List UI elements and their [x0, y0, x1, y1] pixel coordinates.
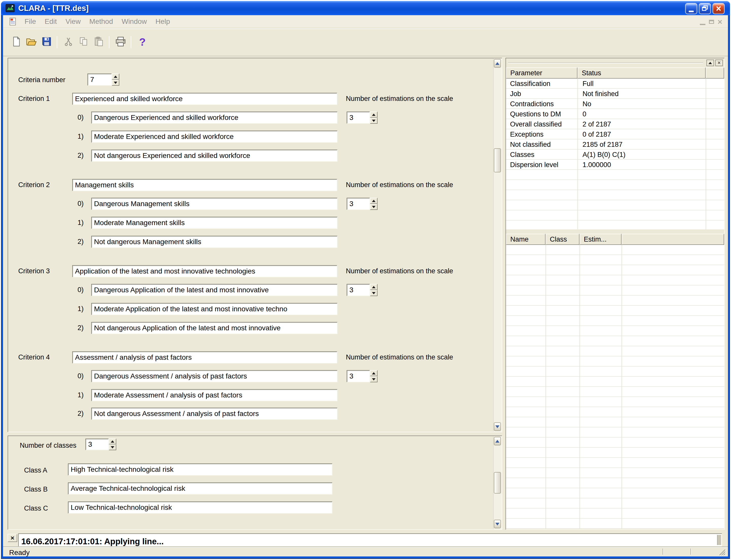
column-header-class[interactable]: Class — [545, 234, 579, 245]
paste-button[interactable] — [92, 35, 106, 49]
scale-index-label: 0) — [78, 286, 84, 294]
estimations-spinner — [347, 198, 377, 210]
column-header-name[interactable]: Name — [506, 234, 545, 245]
estimations-label: Number of estimations on the scale — [346, 95, 453, 103]
parameter-cell: Classes — [506, 151, 577, 159]
cut-button[interactable] — [61, 35, 76, 49]
criterion-label: Criterion 3 — [18, 267, 50, 275]
spin-down-button[interactable] — [112, 80, 119, 86]
spin-up-button[interactable] — [370, 198, 377, 204]
print-button[interactable] — [114, 35, 128, 49]
mdi-close-button[interactable]: × — [718, 18, 722, 26]
status-row: Contradictions No — [506, 99, 724, 109]
scale-value-input[interactable] — [91, 198, 338, 210]
parameter-cell: Contradictions — [506, 100, 577, 108]
menu-edit[interactable]: Edit — [40, 15, 61, 28]
scroll-down-button[interactable] — [494, 422, 501, 431]
spin-down-button[interactable] — [109, 444, 116, 450]
statusbar-separator — [690, 549, 691, 555]
estimations-input[interactable] — [347, 198, 370, 210]
spin-up-button[interactable] — [109, 439, 116, 444]
scale-value-input[interactable] — [91, 389, 338, 401]
number-of-classes-spinner — [85, 439, 116, 450]
copy-button[interactable] — [77, 35, 91, 49]
scroll-thumb[interactable] — [494, 148, 501, 172]
mdi-minimize-button[interactable] — [700, 24, 705, 25]
scale-value-input[interactable] — [91, 112, 338, 124]
criterion-name-input[interactable] — [72, 93, 337, 105]
class-c-input[interactable] — [68, 501, 333, 514]
log-close-button[interactable]: × — [8, 534, 17, 542]
scroll-up-button[interactable] — [494, 59, 501, 68]
spin-down-button[interactable] — [370, 290, 377, 296]
log-scrollbar[interactable] — [717, 535, 721, 545]
spin-up-button[interactable] — [370, 112, 377, 118]
criterion-name-input[interactable] — [72, 179, 337, 191]
scroll-thumb[interactable] — [494, 472, 501, 494]
minimize-icon — [689, 11, 694, 12]
scale-value-input[interactable] — [91, 370, 338, 382]
spin-up-button[interactable] — [370, 370, 377, 376]
pane-gripper[interactable] — [508, 62, 703, 63]
scale-value-input[interactable] — [91, 150, 338, 162]
scale-index-label: 2) — [78, 238, 84, 246]
scale-value-input[interactable] — [91, 236, 338, 248]
estimations-input[interactable] — [347, 370, 370, 382]
criterion-name-input[interactable] — [72, 351, 337, 364]
class-a-label: Class A — [24, 466, 47, 474]
estimations-input[interactable] — [347, 284, 370, 296]
scale-value-input[interactable] — [91, 322, 338, 334]
document-icon[interactable] — [9, 17, 17, 27]
scale-index-label: 1) — [78, 305, 84, 313]
column-header-blank — [706, 67, 724, 79]
log-output[interactable]: 16.06.2017:17:01:01: Applying line... — [18, 533, 722, 547]
objects-table-body — [506, 245, 724, 529]
spin-up-button[interactable] — [370, 284, 377, 290]
new-button[interactable] — [9, 35, 23, 49]
scale-value-input[interactable] — [91, 408, 338, 420]
status-cell: A(1) B(0) C(1) — [577, 151, 626, 159]
close-button[interactable]: × — [712, 3, 725, 14]
help-button[interactable]: ? — [135, 35, 150, 49]
pane-close-button[interactable]: × — [715, 60, 723, 66]
criteria-number-input[interactable] — [87, 74, 112, 86]
menu-method[interactable]: Method — [85, 15, 117, 28]
status-cell: 1.000000 — [577, 161, 611, 169]
pane-collapse-button[interactable] — [706, 60, 714, 66]
scale-value-input[interactable] — [91, 284, 338, 296]
app-icon — [6, 4, 15, 14]
criterion-name-input[interactable] — [72, 265, 337, 277]
scroll-up-button[interactable] — [494, 437, 501, 445]
estimations-input[interactable] — [347, 112, 370, 124]
save-button[interactable] — [40, 35, 54, 49]
scale-value-input[interactable] — [91, 131, 338, 143]
resize-grip[interactable] — [719, 549, 726, 557]
number-of-classes-input[interactable] — [85, 439, 109, 450]
scroll-down-button[interactable] — [494, 520, 501, 528]
scale-value-input[interactable] — [91, 217, 338, 229]
mdi-restore-button[interactable] — [709, 20, 714, 24]
class-b-input[interactable] — [68, 482, 333, 495]
scale-value-input[interactable] — [91, 303, 338, 315]
spin-down-button[interactable] — [370, 204, 377, 210]
column-header-status[interactable]: Status — [577, 67, 706, 79]
arrow-up-icon — [495, 440, 499, 443]
column-header-estimation[interactable]: Estim... — [579, 234, 621, 245]
parameter-cell: Dispersion level — [506, 161, 577, 169]
spin-down-button[interactable] — [370, 118, 377, 124]
spin-down-button[interactable] — [370, 376, 377, 382]
estimations-spinner — [347, 112, 377, 124]
criteria-scrollbar[interactable] — [493, 58, 502, 432]
open-button[interactable] — [24, 35, 39, 49]
menu-help[interactable]: Help — [151, 15, 175, 28]
minimize-button[interactable] — [685, 3, 697, 14]
menu-file[interactable]: File — [20, 15, 40, 28]
restore-button[interactable] — [699, 3, 711, 14]
spin-up-button[interactable] — [112, 74, 119, 80]
estimations-label: Number of estimations on the scale — [346, 181, 453, 189]
column-header-parameter[interactable]: Parameter — [506, 67, 577, 79]
status-row: Job Not finished — [506, 89, 724, 99]
menu-view[interactable]: View — [61, 15, 85, 28]
class-a-input[interactable] — [68, 463, 333, 476]
menu-window[interactable]: Window — [117, 15, 151, 28]
